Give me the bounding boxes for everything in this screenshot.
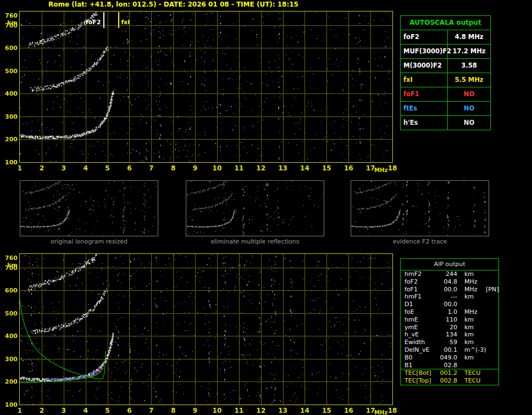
aip-row-value: 244 xyxy=(437,270,457,278)
aip-row-label: hmF2 xyxy=(404,270,437,278)
aip-row-label: hmF1 xyxy=(404,293,437,301)
x-tick-label: 5 xyxy=(101,407,114,414)
x-tick-label: 10 xyxy=(210,164,224,172)
aip-row-unit: km xyxy=(457,293,486,301)
aip-row-D1: D100.0 xyxy=(401,301,498,308)
top-ionogram-canvas xyxy=(19,11,393,163)
aip-row-extra xyxy=(486,301,498,308)
aip-row-unit: MHz xyxy=(457,308,486,316)
aip-row-label: TEC[Bot] xyxy=(404,369,437,377)
aip-row-value: 04.8 xyxy=(437,278,457,286)
aip-row-label: h_vE xyxy=(404,331,437,339)
x-tick-label: 6 xyxy=(123,164,136,172)
aip-row-value: 1.0 xyxy=(437,308,457,316)
aip-row-value: 110 xyxy=(437,316,457,324)
aip-row-unit xyxy=(457,301,486,308)
aip-row-B1: B102.8 xyxy=(401,362,498,369)
aip-row-extra xyxy=(486,293,498,301)
x-tick-label: 18 xyxy=(386,164,399,172)
aip-row-unit: TECU xyxy=(457,369,486,377)
aip-output-table: AIP output hmF2244kmfoF204.8MHzfoF100.0M… xyxy=(400,258,499,385)
autoscala-row-value: 3.58 xyxy=(448,59,490,73)
aip-row-extra xyxy=(486,324,498,331)
aip-row-value: 002.8 xyxy=(437,377,457,385)
autoscala-row-label: fxI xyxy=(401,73,448,87)
aip-row-label: B0 xyxy=(404,354,437,362)
aip-row-label: Ewidth xyxy=(404,339,437,346)
aip-row-TEC[Top]: TEC[Top]002.8TECU xyxy=(401,377,498,385)
y-tick-label: 200 xyxy=(2,136,18,143)
aip-row-extra xyxy=(486,339,498,346)
aip-row-extra xyxy=(486,377,498,385)
aip-row-extra xyxy=(486,369,498,377)
aip-row-extra xyxy=(486,331,498,339)
autoscala-row-value: 4.8 MHz xyxy=(448,30,490,44)
aip-row-hmE: hmE110km xyxy=(401,316,498,324)
aip-row-Ewidth: Ewidth59km xyxy=(401,339,498,346)
aip-row-label: D1 xyxy=(404,301,437,308)
x-tick-label: 9 xyxy=(189,164,202,172)
aip-row-label: B1 xyxy=(404,362,437,369)
aip-row-label: DelN_vE xyxy=(404,346,437,354)
aip-row-B0: B0049.0km xyxy=(401,354,498,362)
aip-table-title: AIP output xyxy=(401,259,498,270)
x-axis-unit: MHz xyxy=(374,410,387,415)
aip-row-ymE: ymE20km xyxy=(401,324,498,331)
autoscala-output-table: AUTOSCALA output foF24.8 MHzMUF(3000)F21… xyxy=(400,15,491,130)
aip-row-extra xyxy=(486,270,498,278)
x-tick-label: 10 xyxy=(210,407,224,414)
aip-row-value: 001.2 xyxy=(437,369,457,377)
autoscala-table-rows: foF24.8 MHzMUF(3000)F217.2 MHzM(3000)F23… xyxy=(401,30,490,130)
aip-row-unit: MHz xyxy=(457,278,486,286)
autoscala-row-label: MUF(3000)F2 xyxy=(401,45,448,58)
aip-row-hmF2: hmF2244km xyxy=(401,270,498,278)
thumbnail-original-ionogram xyxy=(20,180,158,236)
aip-row-label: foE xyxy=(404,308,437,316)
autoscala-row-label: foF1 xyxy=(401,87,448,101)
x-tick-label: 14 xyxy=(298,164,311,172)
aip-row-value: 00.0 xyxy=(437,301,457,308)
autoscala-row-value: NO xyxy=(448,87,490,101)
x-tick-label: 14 xyxy=(298,407,311,414)
aip-row-unit: km xyxy=(457,316,486,324)
y-tick-label: 500 xyxy=(2,310,18,317)
y-tick-label: 600 xyxy=(2,287,18,294)
aip-row-DelN_vE: DelN_vE00.1m^(-3) xyxy=(401,346,498,354)
x-tick-label: 15 xyxy=(320,407,333,414)
autoscala-row-label: M(3000)F2 xyxy=(401,59,448,73)
x-tick-label: 11 xyxy=(232,164,246,172)
aip-row-unit: m^(-3) xyxy=(457,346,486,354)
x-tick-label: 3 xyxy=(57,164,70,172)
aip-table-rows: hmF2244kmfoF204.8MHzfoF100.0MHz[PN]hmF1-… xyxy=(401,270,498,385)
x-tick-label: 12 xyxy=(254,407,268,414)
aip-row-value: 20 xyxy=(437,324,457,331)
aip-row-TEC[Bot]: TEC[Bot]001.2TECU xyxy=(401,369,498,377)
x-tick-label: 1 xyxy=(13,164,26,172)
x-tick-label: 12 xyxy=(254,164,268,172)
y-axis-unit: km xyxy=(2,262,18,269)
autoscala-row-label: h'Es xyxy=(401,116,448,130)
autoscala-table-title: AUTOSCALA output xyxy=(401,16,490,30)
x-tick-label: 7 xyxy=(145,164,158,172)
aip-row-value: 00.0 xyxy=(437,286,457,294)
foF2-marker-label: foF2 xyxy=(83,19,101,26)
aip-row-extra xyxy=(486,362,498,369)
aip-row-value: 00.1 xyxy=(437,346,457,354)
x-tick-label: 16 xyxy=(342,164,355,172)
x-tick-label: 9 xyxy=(189,407,202,414)
autoscala-window: Rome (lat: +41.8, lon: 012.5) - DATE: 20… xyxy=(0,0,532,415)
x-tick-label: 6 xyxy=(123,407,136,414)
aip-row-foF2: foF204.8MHz xyxy=(401,278,498,286)
aip-row-extra xyxy=(486,316,498,324)
aip-row-unit: MHz xyxy=(457,286,486,294)
autoscala-row-value: 5.5 MHz xyxy=(448,73,490,87)
aip-row-extra xyxy=(486,308,498,316)
aip-row-label: foF2 xyxy=(404,278,437,286)
aip-row-extra xyxy=(486,354,498,362)
autoscala-row-M(3000)F2: M(3000)F23.58 xyxy=(401,59,490,73)
aip-row-value: 02.8 xyxy=(437,362,457,369)
autoscala-row-h'Es: h'EsNO xyxy=(401,116,490,130)
x-axis-unit: MHz xyxy=(374,167,387,173)
y-tick-label: 500 xyxy=(2,68,18,75)
autoscala-row-ftEs: ftEsNO xyxy=(401,102,490,116)
